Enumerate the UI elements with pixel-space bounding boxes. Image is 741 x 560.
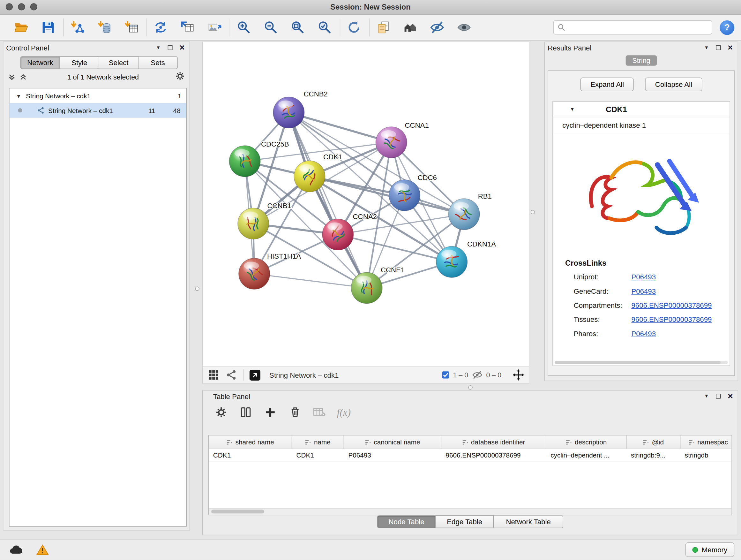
import-network-from-database-button[interactable] [95, 17, 113, 37]
hidden-eye-icon[interactable] [472, 371, 482, 379]
crosslink-value-link[interactable]: P06493 [631, 273, 656, 281]
table-horizontal-scrollbar[interactable] [209, 508, 732, 515]
search-input[interactable] [565, 23, 708, 32]
network-canvas[interactable]: CCNB2CCNA1CDC25BCDK1CDC6RB1CCNB1CCNA2CDK… [203, 42, 529, 366]
import-table-from-file-button[interactable] [123, 17, 140, 37]
show-columns-icon[interactable] [239, 405, 253, 419]
network-node-HIST1H1A[interactable] [239, 258, 270, 290]
network-edge[interactable] [289, 112, 391, 142]
network-node-CDK1[interactable] [294, 161, 325, 192]
tab-edge-table[interactable]: Edge Table [435, 515, 494, 528]
help-button[interactable]: ? [720, 20, 734, 35]
birds-eye-grid-icon[interactable] [207, 369, 220, 381]
bottom-splitter-handle[interactable] [468, 385, 473, 389]
tree-expander-icon[interactable]: ▼ [16, 93, 21, 99]
database-import-icon [97, 20, 111, 35]
zoom-in-button[interactable] [235, 17, 253, 37]
current-network-dot-icon [18, 108, 22, 112]
crosslink-label: GeneCard: [574, 287, 631, 295]
toolbar-search-field[interactable] [553, 20, 712, 35]
column-header-shared-name[interactable]: shared name [209, 435, 292, 449]
create-column-plus-icon[interactable] [263, 405, 277, 419]
crosslink-value-link[interactable]: P06493 [631, 329, 656, 337]
right-splitter-handle[interactable] [531, 210, 535, 214]
tab-network[interactable]: Network [20, 56, 60, 69]
pan-move-icon[interactable] [513, 369, 524, 381]
tab-string[interactable]: String [626, 55, 657, 66]
sort-icon [462, 439, 468, 445]
network-options-gear-icon[interactable] [175, 71, 185, 83]
network-edge[interactable] [289, 112, 367, 288]
panel-collapse-icon[interactable]: ▼ [704, 45, 709, 50]
column-header-canonical-name[interactable]: canonical name [344, 435, 441, 449]
network-node-CDKN1A[interactable] [436, 246, 468, 278]
panel-collapse-icon[interactable]: ▼ [156, 45, 161, 50]
export-image-button[interactable] [205, 17, 223, 37]
gene-section-header[interactable]: ▼ CDK1 [553, 102, 730, 117]
warning-icon[interactable] [33, 543, 52, 557]
selected-checkbox-icon[interactable] [442, 371, 449, 379]
crosslink-value-link[interactable]: 9606.ENSP00000378699 [631, 301, 712, 309]
column-header-namespac[interactable]: namespac [680, 435, 732, 449]
table-settings-gear-icon[interactable] [214, 405, 228, 419]
control-panel: Control Panel ▼ × Network Style Select S… [3, 42, 190, 530]
section-expander-icon[interactable]: ▼ [570, 107, 575, 112]
export-network-button[interactable] [179, 17, 197, 37]
network-node-CCNB2[interactable] [273, 97, 305, 128]
tab-node-table[interactable]: Node Table [377, 515, 436, 528]
open-documents-button[interactable] [374, 17, 392, 37]
network-node-CCNB1[interactable] [238, 208, 269, 240]
collapse-all-button[interactable]: Collapse All [645, 78, 702, 91]
hide-selected-button[interactable] [428, 17, 446, 37]
show-graphics-details-button[interactable] [455, 17, 473, 37]
network-collection-row[interactable]: ▼ String Network – cdk1 1 [10, 88, 186, 103]
network-node-CCNA2[interactable] [322, 219, 354, 250]
expand-all-chevron-icon[interactable] [8, 73, 16, 81]
import-network-from-file-button[interactable] [69, 17, 86, 37]
crosslink-value-link[interactable]: P06493 [631, 287, 656, 295]
panel-close-icon[interactable]: × [180, 43, 185, 52]
tab-sets[interactable]: Sets [138, 56, 178, 69]
refresh-view-button[interactable] [345, 17, 363, 37]
toolbar-separator [146, 18, 147, 37]
zoom-fit-content-button[interactable] [289, 17, 307, 37]
network-node-CDC6[interactable] [389, 180, 420, 211]
tab-network-table[interactable]: Network Table [494, 515, 563, 528]
column-header-name[interactable]: name [292, 435, 344, 449]
zoom-out-button[interactable] [262, 17, 280, 37]
panel-close-icon[interactable]: × [728, 43, 733, 52]
network-node-CCNE1[interactable] [351, 272, 382, 304]
column-header-database-identifier[interactable]: database identifier [441, 435, 546, 449]
results-scrollbar[interactable] [555, 361, 728, 364]
export-view-icon[interactable] [249, 369, 261, 381]
cloud-status-icon[interactable] [7, 543, 25, 557]
save-session-button[interactable] [39, 17, 57, 37]
table-row[interactable]: CDK1CDK1P064939606.ENSP00000378699cyclin… [209, 449, 732, 462]
home-button[interactable] [401, 17, 419, 37]
memory-button[interactable]: Memory [685, 543, 734, 557]
zoom-selected-button[interactable] [316, 17, 333, 37]
network-overview-icon[interactable] [225, 369, 238, 381]
panel-close-icon[interactable]: × [728, 391, 733, 400]
left-splitter-handle[interactable] [195, 287, 199, 291]
collapse-all-chevron-icon[interactable] [19, 73, 27, 81]
new-network-from-selection-button[interactable] [151, 17, 170, 37]
delete-column-trash-icon[interactable] [288, 405, 302, 419]
panel-float-icon[interactable] [716, 45, 721, 50]
panel-collapse-icon[interactable]: ▼ [704, 394, 709, 399]
memory-status-dot-icon [692, 547, 698, 553]
tab-select[interactable]: Select [99, 56, 138, 69]
open-session-button[interactable] [12, 17, 30, 37]
tab-style[interactable]: Style [60, 56, 99, 69]
expand-all-button[interactable]: Expand All [581, 78, 634, 91]
column-header-description[interactable]: description [546, 435, 627, 449]
network-node-RB1[interactable] [448, 199, 480, 230]
panel-float-icon[interactable] [716, 394, 721, 399]
network-node-CDC25B[interactable] [229, 145, 260, 177]
network-node-CCNA1[interactable] [376, 127, 407, 158]
network-row-selected[interactable]: String Network – cdk1 11 48 [10, 103, 186, 118]
panel-float-icon[interactable] [168, 45, 173, 50]
column-header--id[interactable]: @id [627, 435, 681, 449]
crosslink-value-link[interactable]: 9606.ENSP00000378699 [631, 315, 712, 323]
network-edge[interactable] [254, 273, 367, 288]
